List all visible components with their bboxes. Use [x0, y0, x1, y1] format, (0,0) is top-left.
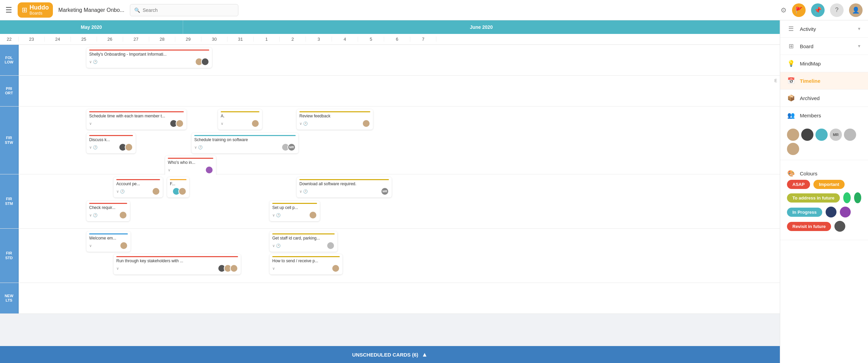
help-button[interactable]: ?: [830, 3, 844, 17]
swimlane-follow: FOLLOW Shelly's Onboarding - Important I…: [0, 45, 780, 76]
card-download-software[interactable]: Download all software required. ∨ 🕐 MR: [297, 177, 392, 197]
card-meta: ∨ 🕐: [89, 58, 209, 66]
swimlanes: FOLLOW Shelly's Onboarding - Important I…: [0, 45, 780, 363]
card-icons: ∨ 🕐: [299, 189, 308, 194]
card-avatars: MR: [381, 187, 389, 195]
colour-pill-revisit[interactable]: Revisit in future: [787, 222, 831, 231]
member-avatar-2[interactable]: [801, 129, 813, 141]
panel-row-members[interactable]: 👥 Members: [780, 107, 868, 124]
search-bar[interactable]: 🔍: [130, 4, 238, 16]
card-avatars: [170, 119, 184, 128]
colour-circle-navy[interactable]: [826, 207, 836, 217]
card-avatars: [327, 242, 335, 250]
card-how-to-send[interactable]: How to send / receive p... ∨: [270, 254, 342, 274]
user-avatar[interactable]: 👤: [849, 3, 863, 17]
date-cell-3: 3: [306, 37, 332, 42]
card-avatars: [205, 166, 213, 174]
swimlane-label-firstd: FIRSTD: [0, 229, 19, 283]
main-layout: May 2020 June 2020 22 23 24 25 26 27 28 …: [0, 20, 868, 363]
panel-row-timeline[interactable]: 📅 Timeline: [780, 72, 868, 89]
date-cell-29: 29: [175, 37, 201, 42]
colour-pill-important[interactable]: Important: [813, 180, 845, 189]
card-title: Get staff id card, parking...: [272, 236, 335, 241]
search-input[interactable]: [143, 7, 234, 13]
card-whos-who[interactable]: Who's who in... ∨: [165, 156, 216, 176]
card-icons: ∨: [89, 121, 92, 126]
card-title: F...: [170, 182, 186, 186]
card-schedule-training[interactable]: Schedule training on software ∨ 🕐 MR: [192, 133, 298, 153]
swimlane-firstd: FIRSTD Welcome em... ∨: [0, 229, 780, 283]
logo[interactable]: ⊞ Huddo Boards: [18, 2, 53, 18]
unscheduled-chevron-icon: ▲: [422, 351, 428, 358]
card-meta: ∨ 🕐: [116, 187, 160, 195]
colour-pill-asap[interactable]: ASAP: [787, 180, 810, 189]
date-cell-25: 25: [71, 37, 97, 42]
card-avatars: [195, 58, 209, 66]
panel-row-archived[interactable]: 📦 Archived: [780, 90, 868, 107]
card-icons: ∨ 🕐: [194, 145, 203, 150]
card-a[interactable]: A. ∨: [218, 109, 262, 130]
card-f[interactable]: F...: [167, 177, 189, 197]
member-avatar-4[interactable]: [844, 129, 856, 141]
colour-circle-dark-gray[interactable]: [834, 221, 845, 232]
colour-pill-to-address[interactable]: To address in future: [787, 193, 840, 203]
colour-circle-green[interactable]: [854, 192, 862, 203]
panel-section-activity: ☰ Activity ▼: [780, 20, 868, 38]
card-get-staff-id[interactable]: Get staff id card, parking... ∨ 🕐: [270, 231, 337, 252]
card-welcome-em[interactable]: Welcome em... ∨: [86, 231, 131, 252]
member-avatar-3[interactable]: [815, 129, 828, 141]
unscheduled-bar[interactable]: UNSCHEDULED CARDS (6) ▲: [0, 346, 780, 363]
swimlane-label-firstw: FIRSTW: [0, 107, 19, 174]
card-icons: ∨ 🕐: [116, 189, 125, 194]
card-title: How to send / receive p...: [272, 259, 340, 263]
panel-row-board[interactable]: ⊞ Board ▼: [780, 38, 868, 55]
card-meta: ∨ 🕐: [272, 211, 317, 219]
member-avatar-mr[interactable]: MR: [830, 129, 842, 141]
card-shelly-onboarding[interactable]: Shelly's Onboarding - Important Informat…: [86, 47, 212, 68]
card-title: Download all software required.: [299, 182, 389, 186]
pin-button[interactable]: 📌: [811, 3, 825, 17]
swimlane-priort: PRIORT E: [0, 76, 780, 107]
card-icons: ∨ 🕐: [272, 213, 281, 217]
card-schedule-team[interactable]: Schedule time with each team member t...…: [86, 109, 186, 130]
card-check-requir[interactable]: Check requir... ∨ 🕐: [86, 201, 130, 221]
card-meta: ∨: [221, 119, 259, 128]
card-icons: ∨ 🕐: [299, 121, 308, 126]
colour-pill-in-progress[interactable]: In Progress: [787, 208, 822, 217]
card-review-feedback[interactable]: Review feedback ∨ 🕐: [297, 109, 373, 130]
card-run-through-stakeholders[interactable]: Run through key stakeholders with ... ∨: [114, 254, 241, 274]
swimlane-content-firstd: Welcome em... ∨ Get staff id card, parki…: [19, 229, 780, 283]
card-setup-cell[interactable]: Set up cell p... ∨ 🕐: [270, 201, 320, 221]
panel-row-colours[interactable]: 🎨 Colours: [787, 165, 861, 180]
card-avatars: [152, 187, 160, 195]
timeline-icon: 📅: [787, 77, 795, 84]
colour-circle-bright-green[interactable]: [843, 192, 851, 203]
flag-button[interactable]: 🚩: [792, 3, 806, 17]
panel-section-board: ⊞ Board ▼: [780, 38, 868, 55]
card-account[interactable]: Account pe... ∨ 🕐: [114, 177, 163, 197]
panel-label-colours: Colours: [800, 171, 861, 176]
card-icons: ∨ 🕐: [89, 145, 98, 150]
colour-circle-purple[interactable]: [840, 207, 851, 217]
panel-row-mindmap[interactable]: 💡 MindMap: [780, 55, 868, 72]
member-avatar-1[interactable]: [787, 129, 799, 141]
date-cell-23: 23: [19, 37, 45, 42]
filter-icon[interactable]: ⚙: [781, 6, 787, 14]
panel-label-mindmap: MindMap: [800, 61, 861, 66]
archived-icon: 📦: [787, 94, 795, 102]
member-avatar-5[interactable]: [787, 143, 799, 155]
timeline-area: May 2020 June 2020 22 23 24 25 26 27 28 …: [0, 20, 780, 363]
date-cell-5: 5: [358, 37, 384, 42]
swimlane-content-priort: E: [19, 76, 780, 106]
date-cell-31: 31: [228, 37, 254, 42]
card-bar: [89, 233, 128, 234]
card-avatars: [120, 242, 128, 250]
board-title: Marketing Manager Onbo...: [58, 7, 124, 13]
card-icons: ∨: [116, 266, 119, 271]
card-discuss[interactable]: Discuss k... ∨ 🕐: [86, 133, 136, 153]
card-expand-icon: ∨ 🕐: [89, 60, 98, 64]
card-meta: ∨: [89, 242, 128, 250]
panel-label-board: Board: [800, 43, 852, 49]
panel-row-activity[interactable]: ☰ Activity ▼: [780, 20, 868, 37]
hamburger-icon[interactable]: ☰: [5, 6, 12, 15]
